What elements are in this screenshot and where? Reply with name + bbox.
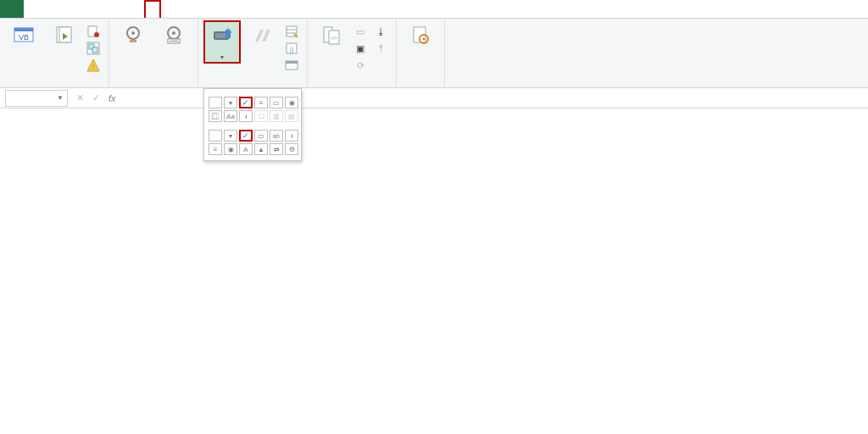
svg-text:VB: VB [19,33,29,42]
form-combo-list-control: ▥ [270,110,283,122]
group-modify [397,19,445,87]
macro-security-button[interactable]: ! [86,58,103,73]
svg-rect-20 [225,30,231,38]
use-relative-references-button[interactable] [86,41,103,56]
activex-combobox[interactable]: ▾ [224,130,237,142]
form-checkbox-control[interactable] [239,97,253,108]
form-combo-dropdown-control: ▤ [285,110,298,122]
form-spin-control[interactable]: ≡ [254,97,268,108]
document-panel-button[interactable] [402,20,439,49]
import-icon: ⭳ [374,25,387,38]
properties-button[interactable] [285,24,302,39]
com-addins-icon [161,24,186,47]
map-properties-icon: ▭ [353,25,367,38]
export-icon: ⭱ [374,42,387,55]
form-label-control[interactable]: Aa [224,110,237,122]
tab-page-layout[interactable] [58,0,75,18]
form-option-control[interactable]: ◉ [285,97,298,108]
formula-bar-row: ▼ ✕ ✓ fx [0,88,868,108]
source-icon: </> [319,24,344,47]
activex-checkbox[interactable] [239,130,253,142]
source-button[interactable]: </> [313,20,350,49]
expansion-packs-button[interactable]: ▣ [353,41,370,56]
tab-insert[interactable] [41,0,58,18]
map-properties-button: ▭ [353,24,370,39]
insert-controls-button[interactable]: ▼ [203,20,241,64]
export-button: ⭱ [374,41,391,56]
form-groupbox-control[interactable]: ⿴ [209,110,222,122]
svg-point-12 [131,31,135,35]
svg-rect-27 [286,61,298,64]
tab-data[interactable] [92,0,108,18]
form-combobox-control[interactable]: ▾ [224,97,237,108]
import-button[interactable]: ⭳ [374,24,391,39]
form-listbox-control[interactable]: ▭ [270,97,283,108]
tab-review[interactable] [108,0,125,18]
run-dialog-icon [285,58,298,72]
macros-button[interactable] [46,20,83,49]
activex-toggle[interactable]: ⇄ [270,143,283,155]
tab-file[interactable] [0,0,24,18]
addins-button[interactable] [114,20,152,49]
ribbon: VB ! [0,19,868,88]
group-code: VB ! [0,19,109,87]
svg-text:{}: {} [290,47,294,53]
svg-rect-9 [92,47,97,53]
enter-formula-icon: ✓ [92,92,100,103]
form-textfield-control: ☐ [254,110,268,122]
activex-command-button[interactable] [209,130,222,142]
activex-listbox[interactable]: ▭ [254,130,268,142]
ribbon-tabs [0,0,868,19]
tab-formulas[interactable] [75,0,92,18]
refresh-data-icon: ⟳ [353,58,367,72]
properties-icon [285,25,298,38]
expansion-packs-icon: ▣ [353,42,367,55]
tab-home[interactable] [24,0,41,18]
activex-spin-button[interactable]: ≡ [209,143,222,155]
insert-controls-icon [209,25,235,49]
svg-point-33 [423,38,426,41]
form-scrollbar-control[interactable]: ⫞ [239,110,253,122]
addins-icon [120,24,146,47]
svg-rect-1 [14,28,33,31]
chevron-down-icon: ▼ [220,53,225,62]
group-controls: ▼ ▾ ≡ ▭ ◉ ⿴ Aa ⫞ ☐ [198,19,308,87]
group-xml: </> ▭ ▣ ⟳ ⭳ [308,19,397,87]
activex-scrollbar[interactable]: ⫞ [285,130,298,142]
com-addins-button[interactable] [155,20,192,49]
macro-security-icon: ! [86,58,100,72]
activex-option-button[interactable]: ◉ [224,143,237,155]
group-addins [109,19,198,87]
activex-image[interactable]: ▲ [254,143,268,155]
visual-basic-icon: VB [11,24,36,47]
svg-point-15 [172,31,175,35]
insert-controls-dropdown: ▾ ≡ ▭ ◉ ⿴ Aa ⫞ ☐ ▥ ▤ [203,88,302,161]
insert-function-icon[interactable]: fx [108,93,116,103]
activex-textbox[interactable]: ab [270,130,283,142]
svg-text:!: ! [92,63,95,71]
svg-rect-13 [130,40,136,42]
document-panel-icon [408,24,433,47]
visual-basic-button[interactable]: VB [5,20,42,49]
view-code-icon: {} [285,42,298,55]
tab-developer[interactable] [144,0,161,18]
macros-icon [52,24,77,47]
record-macro-icon [86,25,100,38]
activex-label[interactable]: A [239,143,253,155]
view-code-button[interactable]: {} [285,41,302,56]
cancel-formula-icon: ✕ [76,92,84,103]
design-mode-icon [250,24,275,47]
chevron-down-icon[interactable]: ▼ [57,94,67,102]
relative-references-icon [86,42,100,55]
svg-rect-19 [215,33,227,38]
svg-point-6 [94,32,99,37]
record-macro-button[interactable] [86,24,103,39]
refresh-data-button: ⟳ [353,58,370,73]
design-mode-button[interactable] [244,20,281,49]
run-dialog-button[interactable] [285,58,302,73]
form-button-control[interactable] [209,97,222,108]
activex-more-controls[interactable]: ⚙ [285,143,298,155]
tab-view[interactable] [125,0,142,18]
name-box[interactable]: ▼ [5,90,68,107]
svg-text:</>: </> [331,36,338,41]
